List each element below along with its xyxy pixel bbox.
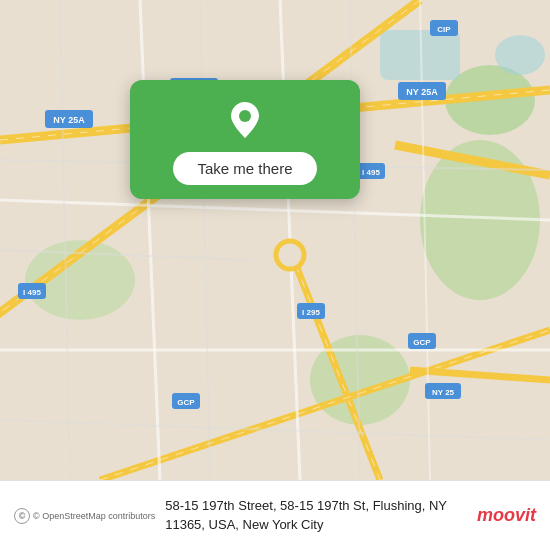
svg-text:CIP: CIP	[437, 25, 451, 34]
location-pin-icon	[223, 98, 267, 142]
take-me-there-button[interactable]: Take me there	[173, 152, 316, 185]
svg-point-50	[276, 241, 304, 269]
svg-text:NY 25A: NY 25A	[406, 87, 438, 97]
map-svg: NY 25A NY 25A NY 25A 25A I 495 I 495 I 2…	[0, 0, 550, 480]
osm-logo-circle: ©	[14, 508, 30, 524]
svg-text:GCP: GCP	[177, 398, 195, 407]
osm-label: © OpenStreetMap contributors	[33, 511, 155, 521]
svg-point-52	[239, 110, 251, 122]
osm-attribution: © © OpenStreetMap contributors	[14, 508, 155, 524]
svg-text:NY 25: NY 25	[432, 388, 455, 397]
location-card: Take me there	[130, 80, 360, 199]
svg-text:I 495: I 495	[23, 288, 41, 297]
info-bar: © © OpenStreetMap contributors 58-15 197…	[0, 480, 550, 550]
svg-text:GCP: GCP	[413, 338, 431, 347]
svg-text:I 495: I 495	[362, 168, 380, 177]
moovit-logo: moovit	[477, 505, 536, 526]
svg-text:NY 25A: NY 25A	[53, 115, 85, 125]
address-text: 58-15 197th Street, 58-15 197th St, Flus…	[165, 497, 467, 533]
svg-point-6	[495, 35, 545, 75]
svg-text:I 295: I 295	[302, 308, 320, 317]
map-container: NY 25A NY 25A NY 25A 25A I 495 I 495 I 2…	[0, 0, 550, 480]
moovit-label: moovit	[477, 505, 536, 526]
